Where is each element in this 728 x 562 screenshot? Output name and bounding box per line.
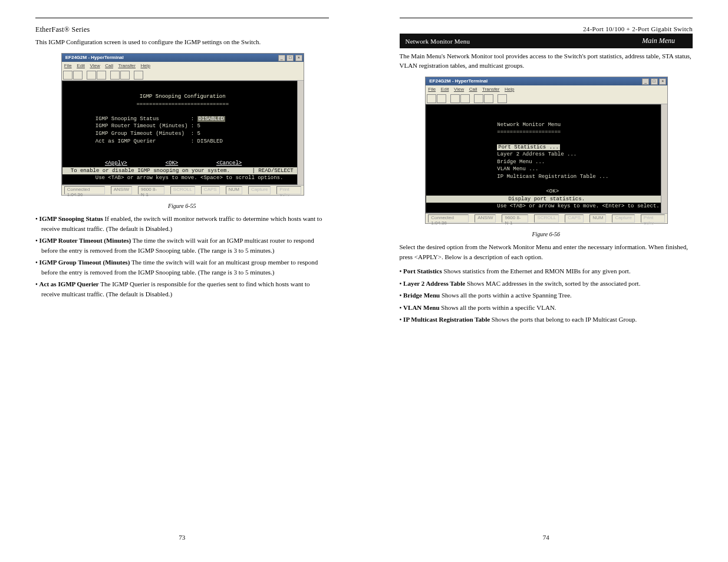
section-banner: Network Monitor Menu Main Menu [400,34,693,48]
apply-button[interactable]: <Apply> [105,160,127,166]
screenshot-igmp: EF24G2M - HyperTerminal _ □ × File Edit … [61,53,303,196]
close-icon[interactable]: × [295,55,302,61]
tb-new-icon[interactable] [427,94,436,103]
value-router-timeout[interactable]: 5 [197,123,200,129]
intro-text: The Main Menu's Network Monitor tool pro… [400,52,693,71]
close-icon[interactable]: × [659,78,666,85]
status-connected: Connected 1:04:36 [64,186,105,194]
tb-open-icon[interactable] [437,94,446,103]
window-toolbar [426,93,667,104]
status-printecho: Print echo [641,214,665,223]
terminal-area: IGMP Snooping Configuration=============… [62,81,304,185]
status-printecho: Print echo [276,186,301,194]
toolbar-spacer [470,94,473,102]
ok-button[interactable]: <OK> [166,160,179,166]
scrollbar[interactable] [297,81,304,185]
menu-item-bridge[interactable]: Bridge Menu ... [497,159,545,165]
menu-edit[interactable]: Edit [77,63,85,68]
maximize-icon[interactable]: □ [651,78,658,85]
help-line: To enable or disable IGMP snooping on yo… [62,167,303,175]
value-igmp-status[interactable]: DISABLED [197,116,225,122]
tb-send-icon[interactable] [474,94,483,103]
status-capture: Capture [612,214,634,223]
tb-disconnect-icon[interactable] [97,71,106,80]
status-emulation: ANSIW [111,186,132,194]
product-label-right: 24-Port 10/100 + 2-Port Gigabit Switch [400,25,693,32]
menu-transfer[interactable]: Transfer [118,63,136,68]
hyperterminal-window: EF24G2M - HyperTerminal _ □ × File Edit … [425,77,668,224]
status-capture: Capture [248,186,271,194]
def-layer2: • Layer 2 Address Table Shows MAC addres… [400,279,693,289]
scrollbar[interactable] [661,104,667,213]
menu-view[interactable]: View [90,63,100,68]
menu-help[interactable]: Help [141,63,150,68]
figure-caption: Figure 6-55 [35,203,329,209]
help-line: Display port statistics. [426,196,667,203]
menu-item-layer2[interactable]: Layer 2 Address Table ... [497,151,577,157]
menu-call[interactable]: Call [469,87,477,92]
def-igmp-group-timeout: • IGMP Group Timeout (Minutes) The time … [35,257,329,277]
status-num: NUM [589,214,606,223]
row-router-timeout: IGMP Router Timeout (Minutes) : 5 [95,123,200,129]
menu-item-vlan[interactable]: VLAN Menu ... [497,166,538,172]
value-querier[interactable]: DISABLED [197,138,223,144]
minimize-icon[interactable]: _ [642,78,649,85]
menu-file[interactable]: File [428,87,436,92]
toolbar-spacer [83,71,86,78]
status-scroll: SCROLL [534,214,559,223]
terminal-rule: ==================== [497,128,608,136]
window-sys-buttons: _ □ × [642,78,666,85]
menu-help[interactable]: Help [505,87,514,92]
terminal-screen: IGMP Snooping Configuration=============… [62,81,304,185]
row-group-timeout: IGMP Group Timeout (Minutes) : 5 [95,131,200,137]
screenshot-network-monitor: EF24G2M - HyperTerminal _ □ × File Edit … [425,77,667,224]
tb-call-icon[interactable] [87,71,96,80]
tb-disconnect-icon[interactable] [460,94,470,103]
maximize-icon[interactable]: □ [286,55,294,61]
tb-properties-icon[interactable] [498,94,507,103]
menu-transfer[interactable]: Transfer [482,87,500,92]
status-caps: CAPS [201,186,220,194]
value-group-timeout[interactable]: 5 [197,131,200,137]
tb-new-icon[interactable] [63,71,73,80]
menu-file[interactable]: File [64,63,72,68]
page-number: 74 [543,534,549,541]
status-port: 9600 8-N-1 [502,214,528,223]
def-bridge-menu: • Bridge Menu Shows all the ports within… [400,290,693,300]
tb-receive-icon[interactable] [120,71,130,80]
menu-edit[interactable]: Edit [441,87,449,92]
top-rule [35,18,329,18]
banner-subheading: Main Menu [642,37,675,45]
nav-help: Use <TAB> or arrow keys to move. <Enter>… [497,203,608,210]
window-statusbar: Connected 1:04:36 ANSIW 9600 8-N-1 SCROL… [62,185,304,195]
intro-text: This IGMP Configuration screen is used t… [35,38,329,47]
def-vlan-menu: • VLAN Menu Shows all the ports within a… [400,303,693,313]
page-number: 73 [179,534,185,541]
status-port: 9600 8-N-1 [138,186,164,194]
def-act-as-querier: • Act as IGMP Querier The IGMP Querier i… [35,279,329,299]
ok-button[interactable]: <OK> [497,188,608,196]
tb-receive-icon[interactable] [484,94,493,103]
tb-send-icon[interactable] [110,71,120,80]
window-titlebar: EF24G2M - HyperTerminal _ □ × [62,54,304,62]
window-sys-buttons: _ □ × [278,54,302,61]
tb-call-icon[interactable] [450,94,460,103]
menu-item-port-statistics[interactable]: Port Statistics ... [497,144,560,150]
toolbar-spacer [130,71,133,78]
terminal-rule: ============================= [95,101,270,108]
window-menubar: File Edit View Call Transfer Help [426,85,667,93]
toolbar-spacer [494,94,497,102]
figure-caption: Figure 6-56 [400,231,693,237]
tb-properties-icon[interactable] [134,71,143,80]
minimize-icon[interactable]: _ [278,55,285,61]
row-igmp-status: IGMP Snooping Status : DISABLED [95,116,225,122]
menu-view[interactable]: View [454,87,464,92]
menu-item-multicast[interactable]: IP Multicast Registration Table ... [497,174,608,180]
toolbar-spacer [447,94,450,102]
tb-open-icon[interactable] [73,71,83,80]
terminal-title: IGMP Snooping Configuration [95,93,270,101]
cancel-button[interactable]: <Cancel> [216,160,242,166]
product-label: EtherFast® Series [35,25,329,34]
terminal-area: Network Monitor Menu====================… [426,104,667,213]
menu-call[interactable]: Call [105,63,113,68]
